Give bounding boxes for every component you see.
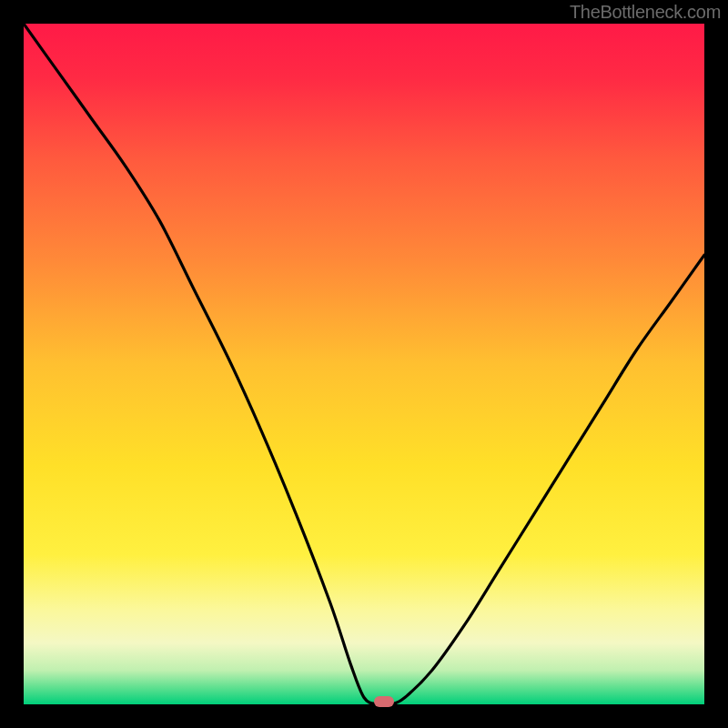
curve-layer (24, 24, 704, 704)
watermark: TheBottleneck.com (570, 2, 721, 23)
optimal-point-marker (374, 696, 394, 707)
bottleneck-chart (24, 24, 704, 704)
bottleneck-curve (24, 24, 704, 704)
